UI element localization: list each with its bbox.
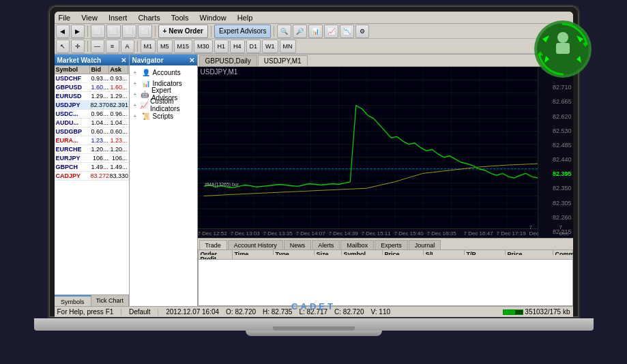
mw-column-headers: Symbol Bid Ask (55, 65, 129, 74)
toolbar-btn-chart1[interactable]: 📊 (308, 25, 323, 38)
nav-item-custom-indicators[interactable]: + 📈 Custom Indicators (131, 100, 196, 110)
toolbar-row-2: ↖ ✛ — ≡ A M1 M5 M15 M30 H1 H4 D1 (55, 39, 573, 54)
toolbar-btn-4[interactable]: ⬜ (138, 25, 152, 38)
menu-file[interactable]: File (56, 14, 74, 22)
timeframe-h4[interactable]: H4 (230, 40, 245, 53)
menu-charts[interactable]: Charts (135, 14, 162, 22)
toolbar-btn-chart3[interactable]: 📉 (340, 25, 354, 38)
symbol-row-usdc[interactable]: USDC... 0.96... 0.96... (55, 110, 129, 119)
terminal-column-headers: Order Time Type Size Symbol Price S/L T/… (199, 250, 572, 260)
new-order-button[interactable]: + New Order (158, 25, 208, 38)
navigator-close-icon[interactable]: ✕ (189, 57, 194, 64)
chart-tab-usdjpy[interactable]: USDJPY,M1 (258, 55, 308, 66)
symbol-row-usdchf[interactable]: USDCHF 0.93... 0.93... (55, 74, 129, 83)
toolbar-btn-fwd[interactable]: ▶ (71, 25, 85, 38)
terminal-tab-journal[interactable]: Journal (409, 240, 441, 249)
expert-advisors-label: Expert Advisors (219, 27, 266, 35)
symbol-row-eura[interactable]: EURA... 1.23... 1.23... (55, 136, 129, 145)
sym-name-eurjpy: EURJPY (55, 155, 90, 162)
sym-bid-gbpusd: 1.60... (90, 84, 109, 91)
expand-icon-accounts: + (134, 70, 139, 76)
sym-name-eurusd: EURUSD (55, 93, 90, 100)
price-82305: 82.305 (540, 200, 572, 207)
new-order-label: New Order (169, 27, 203, 35)
toolbar-btn-cursor[interactable]: ↖ (56, 40, 70, 53)
mascot-svg (532, 18, 594, 80)
help-text: For Help, press F1 (57, 308, 114, 316)
col-sl: S/L (424, 250, 465, 255)
symbol-row-eurjpy[interactable]: EURJPY 106... 106... (55, 154, 129, 163)
symbol-row-cadjpy[interactable]: CADJPY 83.272 83.330 (55, 172, 129, 181)
tab-tick-chart[interactable]: Tick Chart (91, 295, 129, 306)
mw-symbol-header: Symbol (55, 65, 90, 74)
svg-text:#MA(13265) bur: #MA(13265) bur (205, 181, 239, 187)
price-82395: 82.395 (540, 170, 572, 177)
sym-name-gbpch: GBPCH (55, 164, 90, 170)
menu-view[interactable]: View (78, 14, 100, 22)
toolbar-btn-back[interactable]: ◀ (56, 25, 70, 38)
symbol-row-usdjpy[interactable]: USDJPY 82.370 82.391 (55, 101, 129, 110)
sym-name-usdgbp: USDGBP (55, 128, 90, 135)
sym-bid-eurchf: 1.20... (90, 146, 109, 153)
time-label-8: 7 Dec 16:47 (464, 230, 493, 237)
scripts-icon: 📜 (141, 111, 151, 121)
symbol-row-gbpusd[interactable]: GBPUSD 1.60... 1.60... (55, 83, 129, 92)
nav-label-scripts: Scripts (153, 112, 174, 120)
toolbar-btn-3[interactable]: ⬜ (122, 25, 136, 38)
nav-label-custom: Custom Indicators (150, 97, 195, 112)
price-82710: 82.710 (540, 84, 572, 91)
terminal-tab-news[interactable]: News (284, 240, 312, 249)
toolbar-btn-chart2[interactable]: 📈 (324, 25, 338, 38)
sym-name-usdjpy: USDJPY (55, 102, 90, 108)
symbol-row-usdgbp[interactable]: USDGBP 0.60... 0.60... (55, 127, 129, 136)
timeframe-m1[interactable]: M1 (141, 40, 156, 53)
terminal-tab-alerts[interactable]: Alerts (312, 240, 340, 249)
toolbar-btn-line[interactable]: — (91, 40, 104, 53)
menu-tools[interactable]: Tools (169, 14, 192, 22)
svg-rect-1 (198, 67, 538, 228)
timeframe-w1[interactable]: W1 (262, 40, 278, 53)
nav-item-accounts[interactable]: + 👤 Accounts (131, 67, 196, 78)
time-label-3: 7 Dec 14:07 (296, 230, 325, 237)
toolbar-btn-zoom-out[interactable]: 🔎 (293, 25, 307, 38)
terminal-tab-mailbox[interactable]: Mailbox (340, 240, 374, 249)
toolbar-btn-settings[interactable]: ⚙ (355, 25, 369, 38)
terminal-tab-trade[interactable]: Trade (199, 240, 227, 249)
status-memory: 351032/175 kb (525, 308, 570, 316)
mt4-application: File View Insert Charts Tools Window Hel… (55, 12, 573, 317)
symbol-row-audu[interactable]: AUDU... 1.04... 1.04... (55, 119, 129, 127)
price-82440: 82.440 (540, 156, 572, 163)
price-82260: 82.260 (540, 214, 572, 221)
toolbar-btn-hline[interactable]: ≡ (106, 40, 119, 53)
expert-advisors-button[interactable]: Expert Advisors (214, 25, 271, 38)
toolbar-btn-cross[interactable]: ✛ (71, 40, 85, 53)
toolbar-btn-text[interactable]: A (121, 40, 134, 53)
tab-symbols[interactable]: Symbols (55, 295, 92, 306)
terminal-tab-experts[interactable]: Experts (375, 240, 408, 249)
symbol-row-eurusd[interactable]: EURUSD 1.29... 1.29... (55, 92, 129, 101)
toolbar-btn-2[interactable]: ⬜ (106, 25, 121, 38)
timeframe-m15[interactable]: M15 (174, 40, 193, 53)
timeframe-h1[interactable]: H1 (214, 40, 229, 53)
toolbar-btn-zoom-in[interactable]: 🔍 (277, 25, 291, 38)
toolbar-sep-1 (87, 26, 88, 37)
menu-help[interactable]: Help (235, 14, 256, 22)
menu-insert[interactable]: Insert (106, 14, 130, 22)
symbol-row-eurchf[interactable]: EURCHE 1.20... 1.20... (55, 145, 129, 154)
timeframe-m5[interactable]: M5 (157, 40, 173, 53)
timeframe-d1[interactable]: D1 (246, 40, 261, 53)
timeframe-mn[interactable]: MN (280, 40, 296, 53)
terminal-tabs-row: Trade Account History News Alerts Mailbo… (198, 239, 573, 249)
status-high: H: 82.735 (263, 308, 292, 316)
menu-window[interactable]: Window (197, 14, 229, 22)
symbol-row-gbpch[interactable]: GBPCH 1.49... 1.49... (55, 163, 129, 172)
terminal-tab-account-history[interactable]: Account History (228, 240, 283, 249)
chart-tab-gbpusd[interactable]: GBPUSD,Daily (199, 55, 257, 66)
market-watch-close-icon[interactable]: ✕ (121, 57, 126, 64)
col-tp: T/P (465, 250, 506, 255)
terminal-area: Trade Account History News Alerts Mailbo… (198, 238, 573, 306)
price-82530: 82.530 (540, 127, 572, 134)
toolbar-btn-1[interactable]: ⬜ (91, 25, 105, 38)
timeframe-m30[interactable]: M30 (194, 40, 213, 53)
sym-ask-audu: 1.04... (109, 119, 128, 126)
